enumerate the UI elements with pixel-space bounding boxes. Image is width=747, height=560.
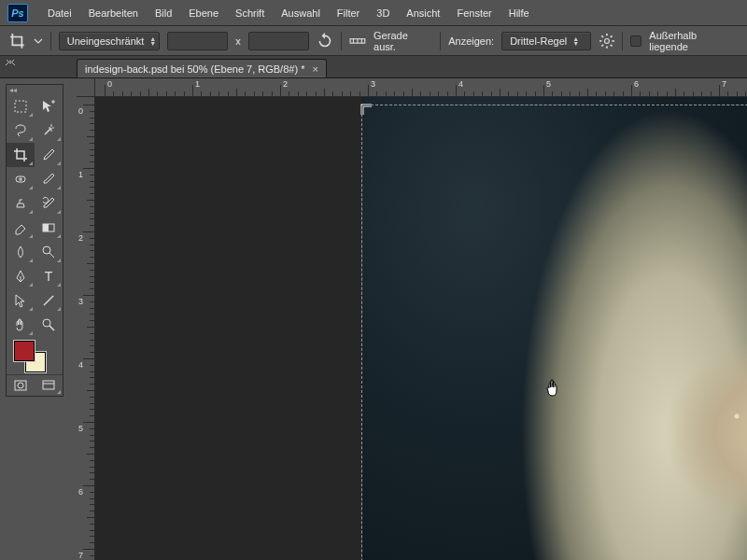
svg-line-10 xyxy=(610,44,612,46)
move-tool[interactable] xyxy=(35,94,63,119)
gear-icon[interactable] xyxy=(599,33,615,49)
eraser-tool[interactable] xyxy=(7,216,35,240)
zoom-tool[interactable] xyxy=(35,313,63,337)
ruler-v-label: 0 xyxy=(78,106,83,116)
ruler-h-label: 1 xyxy=(195,79,200,89)
menu-filter[interactable]: Filter xyxy=(329,0,368,26)
color-swatches[interactable] xyxy=(7,337,63,374)
type-tool[interactable]: T xyxy=(35,264,63,288)
menu-ansicht[interactable]: Ansicht xyxy=(398,0,448,26)
svg-line-29 xyxy=(49,326,54,330)
menu-fenster[interactable]: Fenster xyxy=(448,0,500,26)
svg-rect-32 xyxy=(43,381,54,389)
ruler-v-label: 1 xyxy=(78,170,83,179)
svg-point-4 xyxy=(604,38,609,43)
straighten-icon[interactable] xyxy=(349,33,366,49)
clone-stamp-tool[interactable] xyxy=(7,191,35,216)
svg-point-24 xyxy=(43,246,50,254)
ruler-v-label: 3 xyxy=(78,297,83,306)
ruler-vertical[interactable]: 01234567 xyxy=(77,97,95,560)
lasso-tool[interactable] xyxy=(7,119,35,143)
rotate-icon[interactable] xyxy=(317,33,333,49)
ruler-v-label: 7 xyxy=(78,551,83,560)
menu-ebene[interactable]: Ebene xyxy=(180,0,227,26)
svg-rect-23 xyxy=(43,224,49,231)
menu-3d[interactable]: 3D xyxy=(368,0,398,26)
overlay-value: Drittel-Regel xyxy=(510,35,567,47)
svg-point-28 xyxy=(43,319,50,327)
app-logo: Ps xyxy=(7,4,28,22)
line-tool[interactable] xyxy=(35,288,63,313)
tools-panel-grip[interactable]: ◂◂ xyxy=(7,85,63,94)
crop-marquee[interactable] xyxy=(361,105,747,560)
eyedropper-tool[interactable] xyxy=(35,143,63,167)
menu-auswahl[interactable]: Auswahl xyxy=(273,0,329,26)
hand-tool[interactable] xyxy=(7,313,35,337)
svg-line-25 xyxy=(49,253,54,258)
canvas[interactable] xyxy=(95,97,747,560)
quick-mask-tool[interactable] xyxy=(7,375,35,396)
overlay-dropdown[interactable]: Drittel-Regel ▲▼ xyxy=(501,32,590,50)
history-brush-tool[interactable] xyxy=(35,191,63,216)
svg-text:T: T xyxy=(45,269,53,284)
preset-chevron-icon[interactable] xyxy=(34,33,43,49)
crop-width-input[interactable] xyxy=(167,32,229,50)
crop-tool-icon[interactable] xyxy=(9,33,26,49)
ruler-v-label: 4 xyxy=(78,360,83,370)
dodge-tool[interactable] xyxy=(35,240,63,264)
outside-checkbox[interactable] xyxy=(630,35,641,47)
anzeigen-label: Anzeigen: xyxy=(448,35,494,47)
marquee-tool[interactable] xyxy=(7,94,35,119)
menubar: Ps Datei Bearbeiten Bild Ebene Schrift A… xyxy=(0,0,747,26)
divider xyxy=(50,32,51,50)
ruler-v-label: 2 xyxy=(78,233,83,243)
divider xyxy=(341,32,342,50)
tools-panel: ◂◂ T xyxy=(6,84,63,397)
svg-line-12 xyxy=(610,35,612,37)
swap-x-label: x xyxy=(235,35,241,47)
ruler-horizontal[interactable]: 01234567 xyxy=(95,78,747,97)
close-icon[interactable]: × xyxy=(312,63,317,75)
dropdown-arrows-icon: ▲▼ xyxy=(572,36,579,46)
svg-line-27 xyxy=(44,296,53,305)
crop-height-input[interactable] xyxy=(248,32,310,50)
svg-line-14 xyxy=(45,128,51,134)
crop-tool[interactable] xyxy=(7,143,35,167)
crop-preset-value: Uneingeschränkt xyxy=(67,35,145,47)
ruler-v-label: 5 xyxy=(78,424,83,433)
brush-tool[interactable] xyxy=(35,167,63,191)
blur-tool[interactable] xyxy=(7,240,35,264)
document-tab[interactable]: indesign-back.psd bei 50% (Ebene 7, RGB/… xyxy=(77,59,327,77)
path-selection-tool[interactable] xyxy=(7,288,35,313)
outside-label[interactable]: Außerhalb liegende xyxy=(649,30,738,52)
divider xyxy=(622,32,623,50)
svg-rect-13 xyxy=(15,101,26,112)
ruler-v-label: 6 xyxy=(78,487,83,497)
ruler-h-label: 5 xyxy=(546,79,551,89)
menu-schrift[interactable]: Schrift xyxy=(227,0,273,26)
ruler-origin[interactable] xyxy=(77,78,95,97)
dropdown-arrows-icon: ▲▼ xyxy=(149,36,156,46)
foreground-color-swatch[interactable] xyxy=(14,341,35,361)
menu-datei[interactable]: Datei xyxy=(39,0,80,26)
ruler-h-label: 4 xyxy=(458,79,463,89)
pen-tool[interactable] xyxy=(7,264,35,288)
ruler-h-label: 6 xyxy=(634,79,639,89)
svg-line-11 xyxy=(601,44,603,46)
screen-mode-tool[interactable] xyxy=(35,375,63,396)
svg-point-31 xyxy=(18,383,23,388)
menu-hilfe[interactable]: Hilfe xyxy=(500,0,538,26)
ruler-h-label: 7 xyxy=(722,79,726,89)
options-bar: Uneingeschränkt ▲▼ x Gerade ausr. Anzeig… xyxy=(0,26,747,56)
straighten-label[interactable]: Gerade ausr. xyxy=(374,30,432,52)
menu-bild[interactable]: Bild xyxy=(147,0,180,26)
ruler-h-label: 3 xyxy=(371,79,375,89)
healing-brush-tool[interactable] xyxy=(7,167,35,191)
gradient-tool[interactable] xyxy=(35,216,63,240)
ruler-h-label: 2 xyxy=(283,79,288,89)
magic-wand-tool[interactable] xyxy=(35,119,63,143)
menu-bearbeiten[interactable]: Bearbeiten xyxy=(80,0,147,26)
expand-panels-icon[interactable] xyxy=(4,58,17,67)
crop-handle-tl-icon[interactable] xyxy=(360,104,374,117)
crop-preset-dropdown[interactable]: Uneingeschränkt ▲▼ xyxy=(59,32,160,50)
